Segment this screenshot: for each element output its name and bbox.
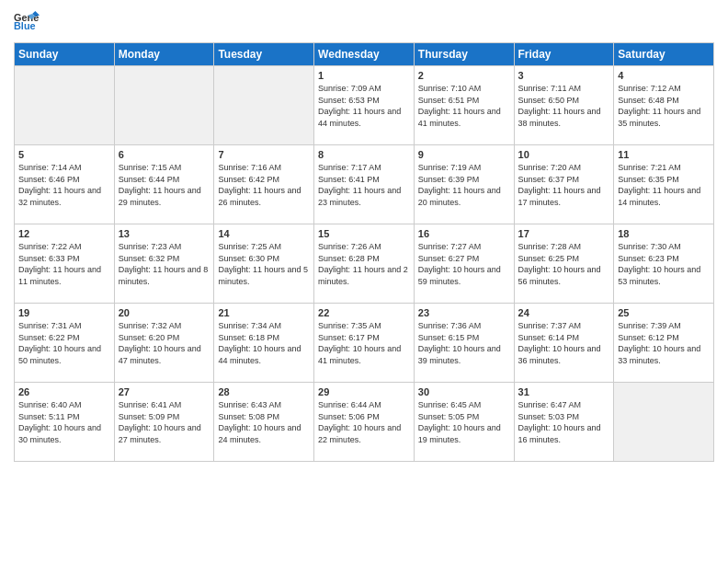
day-cell: 13Sunrise: 7:23 AM Sunset: 6:32 PM Dayli… xyxy=(114,224,214,304)
day-cell: 11Sunrise: 7:21 AM Sunset: 6:35 PM Dayli… xyxy=(614,145,714,224)
day-info: Sunrise: 6:47 AM Sunset: 5:03 PM Dayligh… xyxy=(518,399,610,445)
day-number: 16 xyxy=(418,228,510,239)
day-cell: 19Sunrise: 7:31 AM Sunset: 6:22 PM Dayli… xyxy=(15,304,115,383)
day-info: Sunrise: 7:26 AM Sunset: 6:28 PM Dayligh… xyxy=(318,241,410,287)
day-number: 30 xyxy=(418,386,510,397)
week-row-5: 26Sunrise: 6:40 AM Sunset: 5:11 PM Dayli… xyxy=(15,383,714,462)
day-number: 31 xyxy=(518,386,610,397)
day-info: Sunrise: 7:15 AM Sunset: 6:44 PM Dayligh… xyxy=(119,162,210,208)
day-number: 27 xyxy=(119,386,210,397)
day-info: Sunrise: 6:41 AM Sunset: 5:09 PM Dayligh… xyxy=(119,399,210,445)
day-info: Sunrise: 7:19 AM Sunset: 6:39 PM Dayligh… xyxy=(418,162,510,208)
week-row-4: 19Sunrise: 7:31 AM Sunset: 6:22 PM Dayli… xyxy=(15,304,714,383)
day-info: Sunrise: 6:40 AM Sunset: 5:11 PM Dayligh… xyxy=(18,399,110,445)
weekday-header-wednesday: Wednesday xyxy=(314,43,415,66)
day-number: 21 xyxy=(218,307,310,318)
day-number: 18 xyxy=(618,228,710,239)
day-number: 8 xyxy=(318,149,410,160)
day-number: 5 xyxy=(18,149,110,160)
week-row-2: 5Sunrise: 7:14 AM Sunset: 6:46 PM Daylig… xyxy=(15,145,714,224)
day-cell: 1Sunrise: 7:09 AM Sunset: 6:53 PM Daylig… xyxy=(314,66,415,145)
day-info: Sunrise: 7:22 AM Sunset: 6:33 PM Dayligh… xyxy=(18,241,110,287)
week-row-1: 1Sunrise: 7:09 AM Sunset: 6:53 PM Daylig… xyxy=(15,66,714,145)
day-cell: 4Sunrise: 7:12 AM Sunset: 6:48 PM Daylig… xyxy=(614,66,714,145)
day-cell: 7Sunrise: 7:16 AM Sunset: 6:42 PM Daylig… xyxy=(214,145,314,224)
day-info: Sunrise: 7:34 AM Sunset: 6:18 PM Dayligh… xyxy=(218,320,310,366)
day-number: 15 xyxy=(318,228,410,239)
day-cell: 23Sunrise: 7:36 AM Sunset: 6:15 PM Dayli… xyxy=(414,304,514,383)
day-number: 1 xyxy=(318,70,410,81)
weekday-header-tuesday: Tuesday xyxy=(214,43,314,66)
day-info: Sunrise: 7:10 AM Sunset: 6:51 PM Dayligh… xyxy=(418,83,510,129)
day-number: 29 xyxy=(318,386,410,397)
day-info: Sunrise: 7:11 AM Sunset: 6:50 PM Dayligh… xyxy=(518,83,610,129)
day-number: 10 xyxy=(518,149,610,160)
day-cell: 21Sunrise: 7:34 AM Sunset: 6:18 PM Dayli… xyxy=(214,304,314,383)
day-info: Sunrise: 6:44 AM Sunset: 5:06 PM Dayligh… xyxy=(318,399,410,445)
weekday-header-saturday: Saturday xyxy=(614,43,714,66)
weekday-header-sunday: Sunday xyxy=(15,43,115,66)
day-info: Sunrise: 7:37 AM Sunset: 6:14 PM Dayligh… xyxy=(518,320,610,366)
day-cell: 9Sunrise: 7:19 AM Sunset: 6:39 PM Daylig… xyxy=(414,145,514,224)
day-info: Sunrise: 7:36 AM Sunset: 6:15 PM Dayligh… xyxy=(418,320,510,366)
week-row-3: 12Sunrise: 7:22 AM Sunset: 6:33 PM Dayli… xyxy=(15,224,714,304)
day-cell: 2Sunrise: 7:10 AM Sunset: 6:51 PM Daylig… xyxy=(414,66,514,145)
day-number: 25 xyxy=(618,307,710,318)
day-info: Sunrise: 7:27 AM Sunset: 6:27 PM Dayligh… xyxy=(418,241,510,287)
weekday-header-row: SundayMondayTuesdayWednesdayThursdayFrid… xyxy=(15,43,714,66)
day-cell: 17Sunrise: 7:28 AM Sunset: 6:25 PM Dayli… xyxy=(514,224,614,304)
day-number: 14 xyxy=(218,228,310,239)
day-cell: 18Sunrise: 7:30 AM Sunset: 6:23 PM Dayli… xyxy=(614,224,714,304)
weekday-header-monday: Monday xyxy=(114,43,214,66)
weekday-header-friday: Friday xyxy=(514,43,614,66)
day-info: Sunrise: 7:25 AM Sunset: 6:30 PM Dayligh… xyxy=(218,241,310,287)
day-number: 24 xyxy=(518,307,610,318)
day-info: Sunrise: 7:17 AM Sunset: 6:41 PM Dayligh… xyxy=(318,162,410,208)
day-cell xyxy=(614,383,714,462)
day-cell: 3Sunrise: 7:11 AM Sunset: 6:50 PM Daylig… xyxy=(514,66,614,145)
day-cell: 28Sunrise: 6:43 AM Sunset: 5:08 PM Dayli… xyxy=(214,383,314,462)
day-cell: 26Sunrise: 6:40 AM Sunset: 5:11 PM Dayli… xyxy=(15,383,115,462)
day-number: 19 xyxy=(18,307,110,318)
logo-icon: General Blue xyxy=(14,9,40,31)
day-cell: 10Sunrise: 7:20 AM Sunset: 6:37 PM Dayli… xyxy=(514,145,614,224)
day-number: 2 xyxy=(418,70,510,81)
day-number: 7 xyxy=(218,149,310,160)
day-number: 12 xyxy=(18,228,110,239)
day-cell: 12Sunrise: 7:22 AM Sunset: 6:33 PM Dayli… xyxy=(15,224,115,304)
day-cell: 20Sunrise: 7:32 AM Sunset: 6:20 PM Dayli… xyxy=(114,304,214,383)
day-number: 28 xyxy=(218,386,310,397)
day-info: Sunrise: 7:09 AM Sunset: 6:53 PM Dayligh… xyxy=(318,83,410,129)
day-cell: 16Sunrise: 7:27 AM Sunset: 6:27 PM Dayli… xyxy=(414,224,514,304)
day-info: Sunrise: 6:43 AM Sunset: 5:08 PM Dayligh… xyxy=(218,399,310,445)
day-number: 23 xyxy=(418,307,510,318)
day-cell: 25Sunrise: 7:39 AM Sunset: 6:12 PM Dayli… xyxy=(614,304,714,383)
day-number: 9 xyxy=(418,149,510,160)
day-number: 3 xyxy=(518,70,610,81)
day-number: 6 xyxy=(119,149,210,160)
day-info: Sunrise: 7:32 AM Sunset: 6:20 PM Dayligh… xyxy=(119,320,210,366)
day-cell: 30Sunrise: 6:45 AM Sunset: 5:05 PM Dayli… xyxy=(414,383,514,462)
day-cell: 24Sunrise: 7:37 AM Sunset: 6:14 PM Dayli… xyxy=(514,304,614,383)
svg-text:Blue: Blue xyxy=(14,20,36,31)
day-number: 17 xyxy=(518,228,610,239)
day-info: Sunrise: 7:31 AM Sunset: 6:22 PM Dayligh… xyxy=(18,320,110,366)
day-info: Sunrise: 7:39 AM Sunset: 6:12 PM Dayligh… xyxy=(618,320,710,366)
day-cell: 8Sunrise: 7:17 AM Sunset: 6:41 PM Daylig… xyxy=(314,145,415,224)
day-info: Sunrise: 7:23 AM Sunset: 6:32 PM Dayligh… xyxy=(119,241,210,287)
day-cell: 29Sunrise: 6:44 AM Sunset: 5:06 PM Dayli… xyxy=(314,383,415,462)
weekday-header-thursday: Thursday xyxy=(414,43,514,66)
day-info: Sunrise: 7:21 AM Sunset: 6:35 PM Dayligh… xyxy=(618,162,710,208)
day-cell xyxy=(15,66,115,145)
day-number: 13 xyxy=(119,228,210,239)
day-cell: 27Sunrise: 6:41 AM Sunset: 5:09 PM Dayli… xyxy=(114,383,214,462)
day-number: 20 xyxy=(119,307,210,318)
day-cell: 5Sunrise: 7:14 AM Sunset: 6:46 PM Daylig… xyxy=(15,145,115,224)
day-cell xyxy=(214,66,314,145)
day-info: Sunrise: 6:45 AM Sunset: 5:05 PM Dayligh… xyxy=(418,399,510,445)
day-info: Sunrise: 7:14 AM Sunset: 6:46 PM Dayligh… xyxy=(18,162,110,208)
day-cell: 14Sunrise: 7:25 AM Sunset: 6:30 PM Dayli… xyxy=(214,224,314,304)
day-cell: 15Sunrise: 7:26 AM Sunset: 6:28 PM Dayli… xyxy=(314,224,415,304)
logo: General Blue xyxy=(14,9,40,35)
day-number: 22 xyxy=(318,307,410,318)
